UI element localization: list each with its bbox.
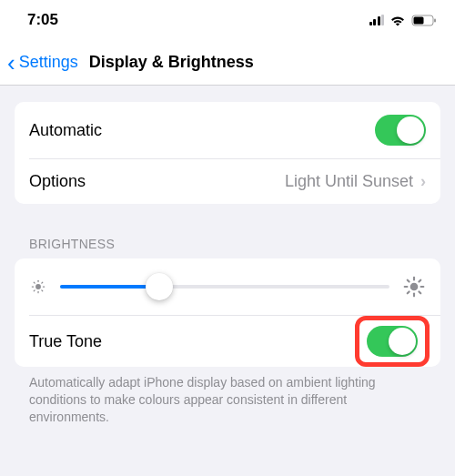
automatic-row: Automatic xyxy=(15,102,440,158)
svg-point-12 xyxy=(410,283,419,291)
slider-fill xyxy=(60,285,159,289)
svg-line-10 xyxy=(34,290,35,291)
cellular-signal-icon xyxy=(369,15,385,25)
slider-thumb xyxy=(146,273,173,300)
svg-point-3 xyxy=(35,284,41,289)
true-tone-label: True Tone xyxy=(29,332,102,351)
brightness-header: BRIGHTNESS xyxy=(0,204,455,258)
toggle-knob xyxy=(397,116,424,144)
brightness-slider[interactable] xyxy=(60,285,389,289)
brightness-slider-row xyxy=(15,258,440,315)
options-label: Options xyxy=(29,172,86,191)
highlight-annotation xyxy=(355,316,430,367)
options-value: Light Until Sunset xyxy=(285,172,413,191)
svg-line-8 xyxy=(34,282,35,283)
status-bar: 7:05 xyxy=(0,0,455,40)
svg-line-17 xyxy=(408,280,410,282)
svg-line-9 xyxy=(42,290,43,291)
true-tone-row: True Tone xyxy=(29,315,440,367)
chevron-right-icon: › xyxy=(420,172,426,191)
svg-rect-1 xyxy=(414,16,424,24)
svg-rect-2 xyxy=(434,18,436,22)
svg-line-19 xyxy=(408,291,410,293)
back-label: Settings xyxy=(19,53,78,72)
sun-min-icon xyxy=(29,278,47,296)
toggle-knob xyxy=(389,328,416,355)
nav-bar: ‹ Settings Display & Brightness xyxy=(0,40,455,86)
automatic-toggle[interactable] xyxy=(375,115,426,146)
svg-line-18 xyxy=(419,291,420,293)
automatic-label: Automatic xyxy=(29,121,102,140)
wifi-icon xyxy=(389,15,406,26)
sun-max-icon xyxy=(402,275,426,299)
back-button[interactable]: ‹ Settings xyxy=(7,51,78,75)
options-value-wrap: Light Until Sunset › xyxy=(285,172,426,191)
status-time: 7:05 xyxy=(27,11,58,29)
options-row[interactable]: Options Light Until Sunset › xyxy=(29,158,440,204)
appearance-group: Automatic Options Light Until Sunset › xyxy=(15,102,440,204)
chevron-left-icon: ‹ xyxy=(7,51,15,75)
page-title: Display & Brightness xyxy=(89,53,254,72)
true-tone-footer: Automatically adapt iPhone display based… xyxy=(0,367,455,426)
battery-icon xyxy=(411,15,437,26)
svg-line-11 xyxy=(42,282,43,283)
svg-line-20 xyxy=(419,280,420,282)
brightness-group: True Tone xyxy=(15,258,440,367)
true-tone-toggle[interactable] xyxy=(367,326,418,357)
status-icons xyxy=(369,15,438,26)
content: Automatic Options Light Until Sunset › B… xyxy=(0,102,455,426)
